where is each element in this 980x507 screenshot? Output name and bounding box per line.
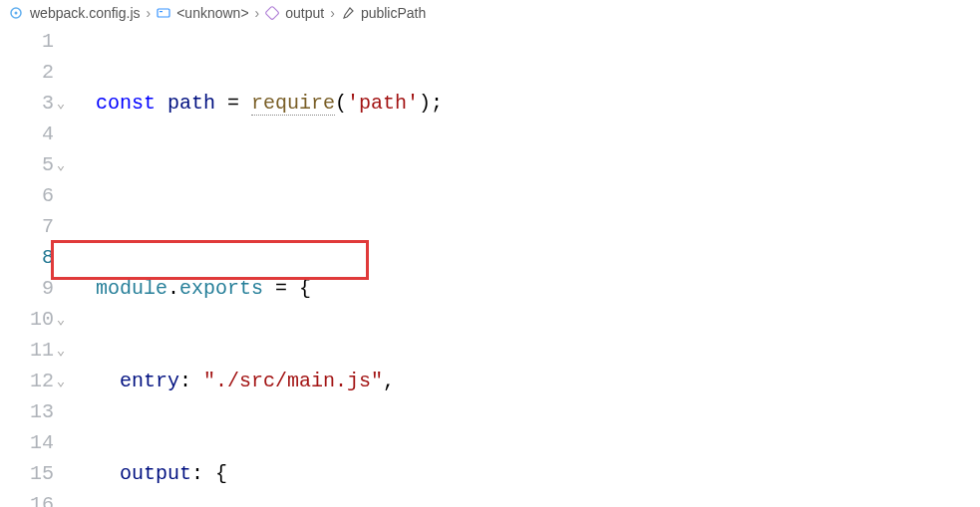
line-number: 11⌄ [0,335,54,366]
chevron-right-icon: › [255,5,260,21]
line-number: 9 [0,273,54,304]
code-line[interactable] [72,180,980,211]
file-icon [8,5,24,21]
svg-point-1 [15,12,18,15]
svg-rect-3 [160,11,163,12]
line-number: 3⌄ [0,88,54,119]
chevron-right-icon: › [330,5,335,21]
svg-rect-2 [158,9,169,17]
breadcrumb[interactable]: webpack.config.js › <unknown> › output ›… [0,0,980,26]
line-number: 13 [0,396,54,427]
line-number: 14 [0,427,54,458]
svg-rect-4 [265,6,279,20]
code-area[interactable]: const path = require('path'); module.exp… [72,26,980,507]
code-line[interactable]: output: { [72,458,980,489]
code-line[interactable]: entry: "./src/main.js", [72,366,980,396]
chevron-right-icon: › [147,5,152,21]
fold-icon[interactable]: ⌄ [54,149,68,180]
line-number: 5⌄ [0,149,54,180]
line-number: 10⌄ [0,304,54,335]
code-editor[interactable]: 1 2 3⌄ 4 5⌄ 6 7 8 9 10⌄ 11⌄ 12⌄ 13 14 15… [0,26,980,507]
code-line[interactable]: const path = require('path'); [72,88,980,119]
line-number: 15 [0,458,54,489]
line-number: 2 [0,57,54,88]
symbol-method-icon [265,6,279,20]
fold-icon[interactable]: ⌄ [54,335,68,366]
fold-icon[interactable]: ⌄ [54,304,68,335]
line-number: 1 [0,26,54,57]
line-number: 4 [0,119,54,149]
symbol-property-icon [341,6,355,20]
line-number: 6 [0,180,54,211]
breadcrumb-file[interactable]: webpack.config.js [30,5,141,21]
fold-icon[interactable]: ⌄ [54,88,68,119]
line-number-gutter: 1 2 3⌄ 4 5⌄ 6 7 8 9 10⌄ 11⌄ 12⌄ 13 14 15… [0,26,72,507]
breadcrumb-output[interactable]: output [285,5,324,21]
breadcrumb-unknown[interactable]: <unknown> [176,5,248,21]
line-number: 16 [0,489,54,507]
code-line[interactable]: module.exports = { [72,273,980,304]
fold-icon[interactable]: ⌄ [54,366,68,396]
symbol-module-icon [157,6,170,20]
line-number: 8 [0,242,54,273]
line-number: 7 [0,211,54,242]
line-number: 12⌄ [0,366,54,396]
breadcrumb-publicpath[interactable]: publicPath [361,5,426,21]
